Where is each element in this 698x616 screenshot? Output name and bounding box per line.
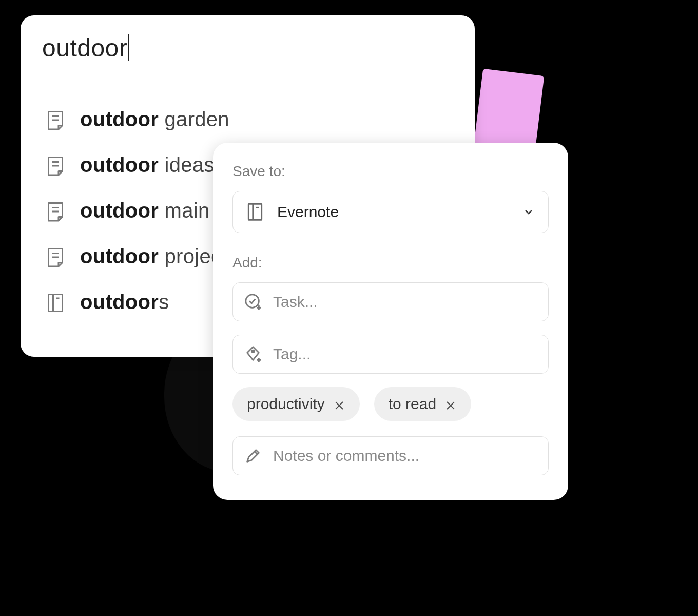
svg-point-14 <box>246 295 259 308</box>
tag-add-icon <box>244 345 262 363</box>
notebook-icon <box>46 292 65 313</box>
search-result-item[interactable]: outdoor garden <box>46 108 453 131</box>
notes-input[interactable]: Notes or comments... <box>232 436 549 475</box>
tag-chip-label: to read <box>389 395 436 413</box>
tag-placeholder: Tag... <box>273 345 311 363</box>
svg-point-17 <box>252 350 254 352</box>
close-icon[interactable] <box>444 398 457 410</box>
notes-placeholder: Notes or comments... <box>273 447 419 465</box>
selected-notebook: Evernote <box>277 203 509 221</box>
result-text: outdoor main p <box>80 199 227 222</box>
tag-chips: productivity to read <box>232 387 549 421</box>
search-query-text: outdoor <box>42 34 127 62</box>
task-add-icon <box>244 293 262 311</box>
tag-chip[interactable]: to read <box>374 387 471 421</box>
task-placeholder: Task... <box>273 293 318 311</box>
task-input[interactable]: Task... <box>232 282 549 321</box>
tag-chip[interactable]: productivity <box>232 387 360 421</box>
search-input-container[interactable]: outdoor <box>21 15 475 84</box>
note-icon <box>46 109 65 130</box>
notebook-selector[interactable]: Evernote <box>232 191 549 233</box>
notebook-icon <box>246 202 264 222</box>
text-caret <box>128 34 129 61</box>
result-text: outdoor ideas <box>80 153 215 177</box>
search-input[interactable]: outdoor <box>42 34 129 63</box>
save-panel: Save to: Evernote Add: Task... <box>213 143 568 500</box>
tag-input[interactable]: Tag... <box>232 335 549 374</box>
pencil-icon <box>244 447 262 465</box>
note-icon <box>46 201 65 221</box>
chevron-down-icon <box>522 206 535 218</box>
close-icon[interactable] <box>333 398 345 410</box>
add-label: Add: <box>232 255 549 271</box>
result-text: outdoor garden <box>80 108 229 131</box>
save-to-label: Save to: <box>232 163 549 180</box>
note-icon <box>46 155 65 176</box>
svg-rect-8 <box>49 294 63 311</box>
tag-chip-label: productivity <box>247 395 325 413</box>
result-text: outdoors <box>80 291 169 314</box>
svg-rect-11 <box>248 204 261 220</box>
result-text: outdoor projec <box>80 245 221 268</box>
note-icon <box>46 246 65 267</box>
